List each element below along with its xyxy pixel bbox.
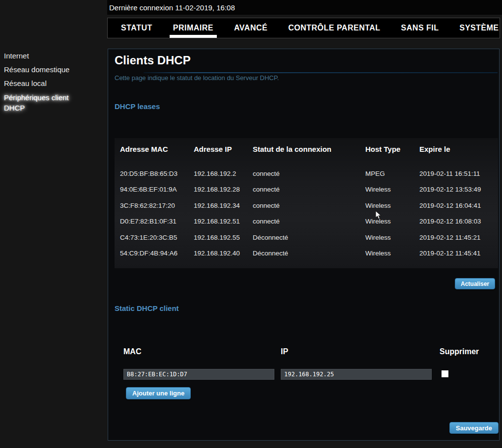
table-row: 20:D5:BF:B8:65:D3 192.168.192.2 connecté…: [120, 169, 498, 185]
cell-host-type: Wireless: [365, 217, 419, 233]
cell-ip: 192.168.192.34: [194, 201, 253, 217]
sidebar-item-internet[interactable]: Internet: [4, 49, 88, 63]
title-divider: [144, 72, 498, 73]
table-row: C4:73:1E:20:3C:B5 192.168.192.55 Déconne…: [120, 233, 498, 249]
save-button[interactable]: Sauvegarde: [449, 422, 499, 434]
tab-primaire[interactable]: PRIMAIRE: [170, 18, 217, 38]
cell-status: Déconnecté: [253, 249, 365, 265]
column-header-ip: Adresse IP: [194, 144, 253, 154]
cell-mac: C4:73:1E:20:3C:B5: [120, 233, 194, 249]
cell-expire: 2019-02-11 16:51:11: [419, 169, 498, 185]
sidebar-item-peripheriques-client-dhcp[interactable]: Périphériques client DHCP: [4, 90, 82, 113]
cell-ip: 192.168.192.40: [194, 249, 253, 265]
tab-avance[interactable]: AVANCÉ: [231, 18, 271, 38]
delete-checkbox[interactable]: [442, 370, 448, 377]
tab-sans-fil[interactable]: SANS FIL: [398, 18, 443, 38]
cell-ip: 192.168.192.28: [194, 185, 253, 201]
cell-status: connecté: [253, 217, 365, 233]
cell-expire: 2019-02-12 11:45:21: [419, 233, 498, 249]
router-admin-screen: Dernière connexion 11-02-2019, 16:08 STA…: [0, 0, 502, 448]
mac-address-input[interactable]: [123, 369, 274, 380]
tab-statut[interactable]: STATUT: [118, 18, 156, 38]
cell-host-type: Wireless: [365, 233, 419, 249]
cell-expire: 2019-02-12 13:53:49: [419, 185, 498, 201]
table-header-row: Adresse MAC Adresse IP Statut de la conn…: [120, 144, 498, 154]
delete-column-label: Supprimer: [440, 347, 479, 356]
page-title: Clients DHCP: [115, 54, 191, 67]
cell-ip: 192.168.192.51: [194, 217, 253, 233]
cell-mac: D0:E7:82:B1:0F:31: [120, 217, 194, 233]
mac-column-label: MAC: [123, 347, 141, 356]
cell-status: connecté: [253, 169, 365, 185]
cell-ip: 192.168.192.55: [194, 233, 253, 249]
cell-host-type: Wireless: [365, 249, 419, 265]
cell-ip: 192.168.192.2: [194, 169, 253, 185]
section-title-dhcp-leases: DHCP leases: [115, 102, 160, 111]
sidebar-item-reseau-local[interactable]: Réseau local: [4, 77, 88, 90]
table-body: 20:D5:BF:B8:65:D3 192.168.192.2 connecté…: [120, 169, 498, 265]
cell-host-type: MPEG: [365, 169, 419, 185]
table-row: 94:0E:6B:EF:01:9A 192.168.192.28 connect…: [120, 185, 498, 201]
column-header-mac: Adresse MAC: [120, 144, 194, 154]
column-header-host-type: Host Type: [365, 144, 419, 154]
cell-status: connecté: [253, 185, 365, 201]
tab-controle-parental[interactable]: CONTRÔLE PARENTAL: [285, 18, 384, 38]
sidebar: Internet Réseau domestique Réseau local …: [4, 49, 88, 113]
refresh-button[interactable]: Actualiser: [455, 278, 495, 289]
page-subtitle: Cette page indique le statut de location…: [115, 74, 279, 82]
top-status-strip: Dernière connexion 11-02-2019, 16:08: [107, 0, 502, 15]
column-header-expire: Expire le: [419, 144, 498, 154]
section-title-static-dhcp: Static DHCP client: [115, 304, 179, 312]
cell-status: connecté: [253, 201, 365, 217]
cell-mac: 3C:F8:62:82:17:20: [120, 201, 194, 217]
table-row: 54:C9:DF:4B:94:A6 192.168.192.40 Déconne…: [120, 249, 498, 265]
table-row: D0:E7:82:B1:0F:31 192.168.192.51 connect…: [120, 217, 498, 233]
cell-expire: 2019-02-12 16:08:03: [419, 217, 498, 233]
cell-host-type: Wireless: [365, 185, 419, 201]
cell-expire: 2019-02-12 11:45:41: [419, 249, 498, 265]
cell-mac: 54:C9:DF:4B:94:A6: [120, 249, 194, 265]
ip-column-label: IP: [281, 347, 288, 356]
ip-address-input[interactable]: [281, 369, 432, 380]
main-panel: Clients DHCP Cette page indique le statu…: [108, 49, 500, 441]
cell-mac: 20:D5:BF:B8:65:D3: [120, 169, 194, 185]
dhcp-leases-table: Adresse MAC Adresse IP Statut de la conn…: [115, 138, 498, 268]
table-row: 3C:F8:62:82:17:20 192.168.192.34 connect…: [120, 201, 498, 217]
sidebar-item-reseau-domestique[interactable]: Réseau domestique: [4, 63, 88, 77]
cell-host-type: Wireless: [365, 201, 419, 217]
cell-expire: 2019-02-12 16:04:41: [419, 201, 498, 217]
last-connection-label: Dernière connexion 11-02-2019, 16:08: [109, 3, 235, 12]
main-navbar: STATUT PRIMAIRE AVANCÉ CONTRÔLE PARENTAL…: [107, 18, 500, 38]
column-header-status: Statut de la connexion: [253, 144, 365, 154]
tab-systeme[interactable]: SYSTÈME: [456, 18, 502, 38]
cell-mac: 94:0E:6B:EF:01:9A: [120, 185, 194, 201]
cell-status: Déconnecté: [253, 233, 365, 249]
add-row-button[interactable]: Ajouter une ligne: [126, 387, 191, 399]
